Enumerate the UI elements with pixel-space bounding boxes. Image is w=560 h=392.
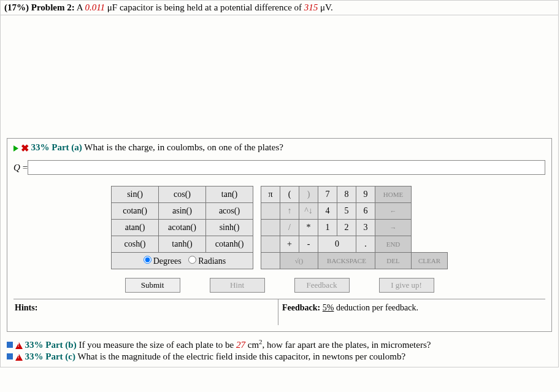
key-blank3 [261, 236, 280, 253]
fn-tan[interactable]: tan() [206, 186, 253, 203]
key-0[interactable]: 0 [318, 236, 356, 253]
header-text-a: A [77, 2, 85, 12]
part-b-text-b: cm [245, 340, 259, 350]
plate-area-value: 27 [236, 340, 245, 350]
key-sqrt[interactable]: √() [280, 253, 318, 269]
square-icon [7, 342, 13, 348]
square-icon [7, 353, 13, 359]
key-home[interactable]: HOME [375, 186, 412, 203]
part-c-label: 33% Part (c) [25, 352, 75, 361]
warning-icon [15, 354, 23, 361]
fn-sinh[interactable]: sinh() [206, 220, 253, 236]
key-backspace[interactable]: BACKSPACE [318, 253, 375, 269]
play-icon [13, 145, 18, 152]
x-icon: ✖ [21, 143, 29, 153]
degrees-label: Degrees [153, 256, 182, 266]
key-3[interactable]: 3 [356, 220, 375, 236]
warning-icon [15, 342, 23, 349]
header-unit2: μV. [318, 2, 332, 12]
fn-acos[interactable]: acos() [206, 203, 253, 220]
key-1[interactable]: 1 [318, 220, 337, 236]
part-b-label: 33% Part (b) [25, 340, 77, 350]
part-a-label: 33% Part (a) [31, 142, 82, 152]
function-pad: sin() cos() tan() cotan() asin() acos() … [111, 186, 253, 269]
part-a-line: ✖ 33% Part (a) What is the charge, in co… [13, 142, 545, 154]
key-down[interactable]: ^↓ [299, 203, 318, 220]
part-a-question: What is the charge, in coulombs, on one … [82, 142, 283, 152]
key-4[interactable]: 4 [318, 203, 337, 220]
header-unit1: μF capacitor is being held at a potentia… [105, 2, 304, 12]
fn-atan[interactable]: atan() [112, 220, 159, 236]
submit-button[interactable]: Submit [125, 278, 180, 293]
feedback-panel: Feedback: 5% deduction per feedback. [278, 299, 545, 325]
key-del[interactable]: DEL [375, 253, 412, 269]
key-2[interactable]: 2 [337, 220, 356, 236]
key-up[interactable]: ↑ [280, 203, 299, 220]
feedback-label: Feedback: [282, 303, 323, 312]
giveup-button[interactable]: I give up! [379, 278, 434, 293]
key-blank4 [261, 253, 280, 269]
part-b-line[interactable]: 33% Part (b) If you measure the size of … [7, 338, 552, 350]
key-6[interactable]: 6 [356, 203, 375, 220]
degrees-radio[interactable] [144, 256, 152, 264]
part-b-text-c: , how far apart are the plates, in micro… [263, 340, 431, 350]
fn-tanh[interactable]: tanh() [159, 236, 206, 253]
fn-acotan[interactable]: acotan() [159, 220, 206, 236]
feedback-rest: deduction per feedback. [334, 303, 418, 312]
key-5[interactable]: 5 [337, 203, 356, 220]
fn-cos[interactable]: cos() [159, 186, 206, 203]
key-plus[interactable]: + [280, 236, 299, 253]
number-pad: π ( ) 7 8 9 HOME ↑ ^↓ 4 5 6 ← [261, 186, 448, 269]
feedback-button[interactable]: Feedback [294, 278, 350, 293]
hints-label: Hints: [15, 303, 37, 312]
part-c-line[interactable]: 33% Part (c) What is the magnitude of th… [7, 352, 552, 362]
radians-radio[interactable] [188, 256, 196, 264]
hint-button[interactable]: Hint [210, 278, 265, 293]
key-rparen[interactable]: ) [299, 186, 318, 203]
key-8[interactable]: 8 [337, 186, 356, 203]
key-dot[interactable]: . [356, 236, 375, 253]
key-right[interactable]: → [375, 220, 412, 236]
answer-input[interactable] [28, 160, 545, 175]
voltage-value: 315 [304, 2, 318, 12]
problem-header: (17%) Problem 2: A 0.011 μF capacitor is… [1, 1, 558, 15]
radians-label: Radians [198, 256, 226, 266]
header-problem: Problem 2: [31, 2, 75, 12]
capacitance-value: 0.011 [85, 2, 105, 12]
key-clear[interactable]: CLEAR [412, 253, 448, 269]
part-c-question: What is the magnitude of the electric fi… [75, 352, 405, 361]
fn-sin[interactable]: sin() [112, 186, 159, 203]
key-lparen[interactable]: ( [280, 186, 299, 203]
key-pi[interactable]: π [261, 186, 280, 203]
angle-mode-row: Degrees Radians [112, 253, 253, 269]
key-minus[interactable]: - [299, 236, 318, 253]
variable-Q: Q [13, 163, 20, 173]
key-7[interactable]: 7 [318, 186, 337, 203]
fn-asin[interactable]: asin() [159, 203, 206, 220]
key-left[interactable]: ← [375, 203, 412, 220]
hints-panel: Hints: [13, 299, 278, 325]
fn-cotanh[interactable]: cotanh() [206, 236, 253, 253]
feedback-pct: 5% [323, 303, 334, 312]
equals-sign: = [23, 163, 28, 173]
key-9[interactable]: 9 [356, 186, 375, 203]
key-end[interactable]: END [375, 236, 412, 253]
key-blank1 [261, 203, 280, 220]
part-b-text-a: If you measure the size of each plate to… [77, 340, 236, 350]
key-div[interactable]: / [280, 220, 299, 236]
header-percent: (17%) [4, 2, 29, 12]
fn-cotan[interactable]: cotan() [112, 203, 159, 220]
key-blank2 [261, 220, 280, 236]
key-mul[interactable]: * [299, 220, 318, 236]
fn-cosh[interactable]: cosh() [112, 236, 159, 253]
